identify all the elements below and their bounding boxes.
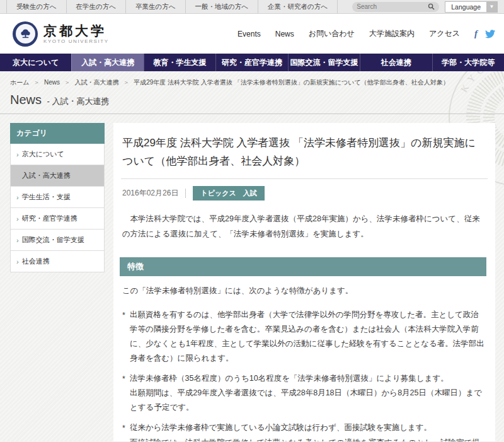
util-link-contact[interactable]: お問い合わせ [309,28,355,39]
audience-links: 受験生の方へ 在学生の方へ 卒業生の方へ 一般・地域の方へ 企業・研究者の方へ [6,0,338,13]
search-input[interactable] [357,3,428,10]
feature-item: 法学未修者枠（35名程度）のうち10名程度を「法学未修者特別選抜」により募集しま… [122,371,486,415]
search-icon[interactable] [428,3,435,10]
sidebar-item-label: 国際交流・留学支援 [22,235,84,245]
search-box[interactable] [352,2,439,12]
util-link-access[interactable]: アクセス [429,28,460,39]
chevron-down-icon[interactable]: ▼ [486,2,497,12]
article-title: 平成29年度 法科大学院 入学者選抜 「法学未修者特別選抜」の新規実施について（… [121,133,488,179]
page-title-sub: - 入試・高大連携 [47,96,109,106]
util-link-events[interactable]: Events [238,30,261,38]
camphor-tree-icon [20,28,32,40]
nav-tab-society[interactable]: 社会連携 [360,54,432,71]
util-link-facilities[interactable]: 大学施設案内 [369,28,415,39]
category-sidebar: カテゴリ › 京大について › 入試・高大連携 › 学生生活・支援 › 研究・産… [10,123,105,272]
feature-item: 出願資格を有するのは、他学部出身者（大学で法律学以外の学問分野を専攻した者。主と… [122,308,486,366]
site-header: 京都大学 KYOTO UNIVERSITY Events News お問い合わせ… [0,14,504,54]
logo-title: 京都大学 [43,23,109,38]
breadcrumb-separator: ＞ [33,79,40,86]
sidebar-item-label: 研究・産官学連携 [22,214,77,223]
main-navigation: 京大について 入試・高大連携 教育・学生支援 研究・産官学連携 国際交流・留学支… [0,54,504,71]
nav-tab-admissions[interactable]: 入試・高大連携 [71,54,143,71]
article-lead: 本学法科大学院では、平成29年度入学者選抜（平成28年実施）から、法学未修者枠に… [122,211,486,242]
feature-line: 法学未修者枠（35名程度）のうち10名程度を「法学未修者特別選抜」により募集しま… [130,371,486,386]
chevron-right-icon: › [16,194,19,201]
top-utility-bar: 受験生の方へ 在学生の方へ 卒業生の方へ 一般・地域の方へ 企業・研究者の方へ … [0,0,504,14]
utility-nav: Events News お問い合わせ 大学施設案内 アクセス f [238,28,495,39]
feature-list: 出願資格を有するのは、他学部出身者（大学で法律学以外の学問分野を専攻した者。主と… [122,308,486,441]
feature-line: 出願資格を有するのは、他学部出身者（大学で法律学以外の学問分野を専攻した者。主と… [130,308,486,366]
breadcrumb: ホーム ＞ News ＞ 入試・高大連携 ＞ 平成29年度 法科大学院 入学者選… [0,71,504,93]
link-alumni[interactable]: 卒業生の方へ [126,0,186,13]
section-header-features: 特徴 [120,257,486,276]
nav-tab-international[interactable]: 国際交流・留学支援 [288,54,360,71]
page-title: News - 入試・高大連携 [0,93,504,114]
link-companies-researchers[interactable]: 企業・研究者の方へ [258,0,338,13]
link-public-community[interactable]: 一般・地域の方へ [186,0,259,13]
social-links: f [474,28,495,39]
util-link-news[interactable]: News [275,30,294,38]
chevron-right-icon: › [16,236,19,244]
facebook-icon[interactable]: f [474,28,478,39]
feature-line: 出願期間は、平成29年度入学者選抜では、平成28年8月18日（木曜日）から8月2… [130,386,486,415]
article-date: 2016年02月26日 [122,188,178,199]
chevron-right-icon: › [16,258,19,265]
breadcrumb-separator: ＞ [64,79,71,86]
breadcrumb-current-page: 平成29年度 法科大学院 入学者選抜 「法学未修者特別選抜」の新規実施について（… [134,79,449,86]
university-logo[interactable]: 京都大学 KYOTO UNIVERSITY [13,21,109,47]
sidebar-item-about[interactable]: › 京大について [11,144,104,165]
breadcrumb-news[interactable]: News [44,79,60,86]
sidebar-item-label: 入試・高大連携 [22,171,71,180]
link-current-students[interactable]: 在学生の方へ [67,0,127,13]
link-prospective-students[interactable]: 受験生の方へ [6,0,67,13]
feature-item: 従来から法学未修者枠で実施している小論文試験は行わず、面接試験を実施します。 面… [122,421,486,441]
feature-line: 従来から法学未修者枠で実施している小論文試験は行わず、面接試験を実施します。 [130,421,486,435]
language-selector[interactable]: Language ▼ [445,1,498,13]
chevron-right-icon: › [16,215,19,223]
nav-tab-faculties[interactable]: 学部・大学院等 [432,54,504,71]
topbar-right: Language ▼ [352,0,504,13]
twitter-icon[interactable] [485,30,495,38]
section-intro: この「法学未修者特別選抜」には、次のような特徴があります。 [122,286,486,296]
nav-tab-research[interactable]: 研究・産官学連携 [215,54,287,71]
breadcrumb-home[interactable]: ホーム [10,79,29,86]
language-label: Language [445,2,486,12]
breadcrumb-admissions[interactable]: 入試・高大連携 [75,79,119,86]
sidebar-item-international[interactable]: › 国際交流・留学支援 [11,229,104,250]
sidebar-item-label: 京大について [22,149,64,159]
nav-tab-about[interactable]: 京大について [0,54,71,71]
sidebar-item-student-life[interactable]: › 学生生活・支援 [11,186,104,207]
sidebar-item-research[interactable]: › 研究・産官学連携 [11,207,104,229]
meta-divider [185,189,186,198]
chevron-right-icon: › [16,151,19,158]
sidebar-header: カテゴリ [10,123,105,144]
page-title-main: News [10,93,42,107]
page-body: KYOTO UNIVERSITY ホーム ＞ News ＞ 入試・高大連携 ＞ … [0,71,504,441]
article-meta: 2016年02月26日 トピックス 入試 [122,186,486,201]
article-panel: 平成29年度 法科大学院 入学者選抜 「法学未修者特別選抜」の新規実施について（… [113,123,495,441]
university-emblem-icon [13,21,38,47]
sidebar-item-admissions[interactable]: › 入試・高大連携 [11,165,104,186]
logo-subtitle: KYOTO UNIVERSITY [43,38,109,44]
feature-line: 面接試験では、法科大学院で学修して法曹となる者としての適性を審査するものとし、試… [130,436,486,441]
nav-tab-education[interactable]: 教育・学生支援 [144,54,215,71]
sidebar-item-label: 学生生活・支援 [22,192,71,202]
sidebar-item-label: 社会連携 [22,257,50,266]
topic-badge[interactable]: トピックス 入試 [193,186,264,201]
breadcrumb-separator: ＞ [123,79,129,86]
sidebar-item-society[interactable]: › 社会連携 [11,250,104,272]
